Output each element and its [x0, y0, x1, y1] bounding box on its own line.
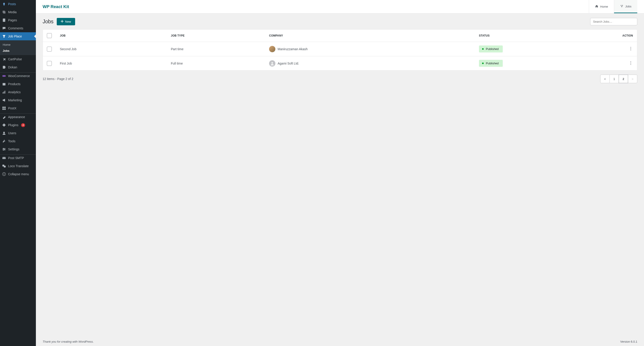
header-tab-home[interactable]: Home [589, 0, 614, 13]
row-checkbox[interactable] [47, 61, 52, 66]
sidebar-item-plugins[interactable]: Plugins 4 [0, 121, 36, 129]
sidebar-item-woocommerce[interactable]: WooCommerce [0, 72, 36, 80]
header-tab-label: Jobs [626, 5, 632, 8]
more-button[interactable] [628, 60, 633, 66]
svg-point-12 [3, 132, 5, 133]
sidebar-item-users[interactable]: Users [0, 129, 36, 137]
app-title: WP React Kit [42, 4, 69, 9]
status-badge: Published [479, 45, 503, 52]
svg-point-2 [5, 60, 6, 61]
status-dot-icon [482, 48, 484, 50]
sidebar-item-appearance[interactable]: Appearance [0, 113, 36, 121]
svg-rect-8 [2, 107, 4, 108]
svg-rect-9 [4, 107, 6, 108]
sidebar-item-job-place[interactable]: Job Place [0, 32, 36, 40]
media-icon [2, 10, 6, 14]
svg-point-22 [2, 173, 6, 176]
sidebar-item-dokan[interactable]: Dokan [0, 63, 36, 71]
pagination: < 1 2 > [600, 75, 637, 83]
svg-rect-7 [5, 91, 6, 94]
select-all-checkbox[interactable] [47, 33, 52, 38]
sidebar-item-loco-translate[interactable]: Loco Translate [0, 162, 36, 170]
submenu: Home Jobs [0, 40, 36, 55]
sidebar-item-posts[interactable]: Posts [0, 0, 36, 8]
cell-action [618, 42, 637, 56]
analytics-icon [2, 90, 6, 94]
page-title: Jobs [42, 18, 54, 25]
svg-rect-11 [4, 108, 6, 110]
sidebar-item-comments[interactable]: Comments [0, 24, 36, 32]
pagination-next[interactable]: > [628, 75, 637, 83]
plugin-icon [2, 123, 6, 127]
svg-rect-6 [4, 91, 4, 93]
svg-point-30 [630, 61, 631, 62]
sidebar-item-postx[interactable]: PostX [0, 104, 36, 112]
sidebar-item-tools[interactable]: Tools [0, 137, 36, 145]
th-job[interactable]: JOB [56, 29, 167, 42]
cell-action [618, 56, 637, 71]
jobs-icon [620, 4, 624, 8]
sidebar-item-settings[interactable]: Settings [0, 145, 36, 153]
cell-status: Published [475, 56, 618, 71]
pagination-page-2[interactable]: 2 [619, 75, 628, 83]
sidebar-item-collapse[interactable]: Collapse menu [0, 170, 36, 178]
sidebar-item-products[interactable]: Products [0, 80, 36, 88]
table-header-row: JOB JOB TYPE COMPANY STATUS ACTION [43, 29, 637, 42]
main: WP React Kit Home Jobs Jobs New [36, 0, 644, 346]
submenu-item-home[interactable]: Home [0, 42, 36, 48]
sidebar-label: Marketing [8, 98, 22, 102]
tool-icon [2, 139, 6, 143]
content-top: Jobs New [42, 18, 637, 25]
title-group: Jobs New [42, 18, 75, 25]
postx-icon [2, 106, 6, 110]
sidebar-label: Settings [8, 147, 20, 151]
svg-point-18 [3, 150, 4, 151]
sidebar-item-media[interactable]: Media [0, 8, 36, 16]
row-checkbox[interactable] [47, 47, 52, 51]
svg-point-23 [621, 5, 621, 5]
status-badge: Published [479, 60, 503, 67]
footer: Thank you for creating with WordPress. V… [36, 337, 644, 346]
sidebar-label: Appearance [8, 115, 25, 119]
th-status[interactable]: STATUS [475, 29, 618, 42]
svg-point-16 [3, 148, 4, 149]
new-button[interactable]: New [57, 18, 75, 25]
svg-point-25 [621, 6, 622, 7]
sidebar-label: Media [8, 10, 16, 14]
svg-rect-19 [2, 157, 6, 159]
sidebar-item-pages[interactable]: Pages [0, 16, 36, 24]
settings-icon [2, 147, 6, 151]
pagination-page-1[interactable]: 1 [610, 75, 619, 83]
jobs-table: JOB JOB TYPE COMPANY STATUS ACTION Secon… [43, 29, 637, 70]
sidebar-label: Posts [8, 2, 16, 6]
sidebar-item-post-smtp[interactable]: Post SMTP [0, 154, 36, 162]
filter-icon [2, 34, 6, 38]
pagination-prev[interactable]: < [600, 75, 610, 83]
svg-rect-3 [2, 75, 6, 77]
sidebar-label: Tools [8, 139, 16, 143]
th-job-type[interactable]: JOB TYPE [167, 29, 265, 42]
pin-icon [2, 2, 6, 6]
collapse-icon [2, 172, 6, 176]
more-button[interactable] [628, 46, 633, 52]
cell-job: First Job [56, 56, 167, 71]
sidebar-item-cartpulse[interactable]: CartPulse [0, 55, 36, 63]
company-name: Agami Soft Ltd. [278, 62, 299, 65]
header-bar: WP React Kit Home Jobs [36, 0, 644, 13]
sidebar-label: PostX [8, 106, 16, 110]
sidebar-label: Job Place [8, 34, 22, 38]
th-company[interactable]: COMPANY [265, 29, 475, 42]
cell-job-type: Part time [167, 42, 265, 56]
table-row: First Job Full time Agami Soft Ltd. Pu [43, 56, 637, 71]
header-tabs: Home Jobs [589, 0, 637, 13]
sidebar-label: Collapse menu [8, 172, 29, 176]
dokan-icon [2, 65, 6, 69]
search-input[interactable] [590, 18, 637, 25]
sidebar-item-marketing[interactable]: Marketing [0, 96, 36, 104]
sidebar-item-analytics[interactable]: Analytics [0, 88, 36, 96]
header-tab-jobs[interactable]: Jobs [614, 0, 637, 13]
th-checkbox [43, 29, 56, 42]
table-row: Second Job Part time Maniruzzaman Akash [43, 42, 637, 56]
svg-point-27 [630, 48, 631, 49]
submenu-item-jobs[interactable]: Jobs [0, 48, 36, 54]
